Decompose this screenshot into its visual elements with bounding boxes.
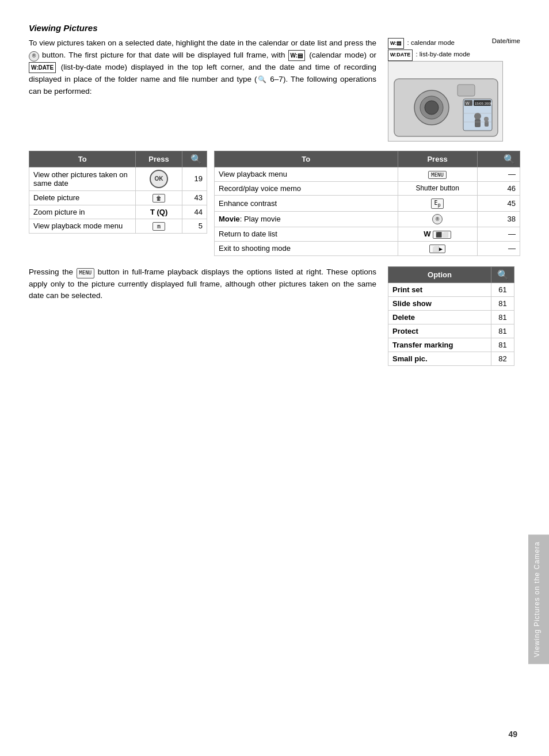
left-row4-page: 5	[182, 219, 207, 233]
ok-button-icon: OK	[150, 170, 168, 188]
table-row: Movie: Play movie ® 38	[215, 211, 520, 227]
list-item: Small pic. 82	[388, 352, 514, 365]
option-slide-show: Slide show	[388, 296, 491, 310]
left-row1-press: OK	[136, 167, 182, 190]
options-th-option: Option	[388, 266, 491, 282]
side-tab: Viewing Pictures on the Camera	[528, 534, 549, 664]
list-item: Slide show 81	[388, 296, 514, 310]
svg-rect-13	[485, 121, 489, 127]
option-print-set: Print set	[388, 282, 491, 296]
right-row1-press: MENU	[398, 167, 477, 181]
option-transfer-marking: Transfer marking	[388, 338, 491, 352]
right-th-to: To	[215, 151, 398, 167]
option-delete: Delete	[388, 310, 491, 324]
left-row3-page: 44	[182, 205, 207, 219]
right-row6-page: —	[477, 241, 520, 255]
date-time-label: Date/time	[492, 37, 520, 44]
w-button-icon: W ⬛⬜	[424, 230, 451, 238]
svg-rect-11	[475, 119, 481, 127]
table-row: Return to date list W ⬛⬜ —	[215, 227, 520, 241]
svg-point-3	[425, 101, 439, 114]
table-row: Delete picture 🗑 43	[29, 190, 207, 205]
table-row: View other pictures taken on same date O…	[29, 167, 207, 190]
menu-button-icon: MENU	[428, 171, 447, 179]
option-print-set-page: 61	[491, 282, 514, 296]
svg-point-12	[484, 117, 489, 121]
right-th-press: Press	[398, 151, 477, 167]
option-transfer-marking-page: 81	[491, 338, 514, 352]
list-item: Print set 61	[388, 282, 514, 296]
shoot-mode-button-icon: ⬜▶	[429, 245, 445, 253]
right-row3-press: Ep	[398, 195, 477, 211]
table-row: Record/play voice memo Shutter button 46	[215, 181, 520, 195]
right-row1-to: View playback menu	[215, 167, 398, 181]
option-slide-show-page: 81	[491, 296, 514, 310]
intro-paragraph: To view pictures taken on a selected dat…	[29, 37, 376, 98]
mid-paragraph: Pressing the MENU button in full-frame p…	[29, 266, 376, 303]
svg-point-10	[474, 113, 481, 120]
right-row4-page: 38	[477, 211, 520, 227]
zoom-button-icon: T (Q)	[150, 208, 167, 216]
option-protect: Protect	[388, 324, 491, 338]
option-small-pic: Small pic.	[388, 352, 491, 365]
right-row1-page: —	[477, 167, 520, 181]
left-row2-press: 🗑	[136, 190, 182, 205]
table-row: Exit to shooting mode ⬜▶ —	[215, 241, 520, 255]
table-row: Zoom picture in T (Q) 44	[29, 205, 207, 219]
right-row3-page: 45	[477, 195, 520, 211]
list-item: Transfer marking 81	[388, 338, 514, 352]
list-item: Protect 81	[388, 324, 514, 338]
enhance-button-icon: Ep	[431, 198, 444, 209]
right-row6-to: Exit to shooting mode	[215, 241, 398, 255]
right-table-wrap: To Press 🔍 View playback menu MENU — Rec…	[214, 151, 520, 256]
section-title: Viewing Pictures	[29, 23, 520, 33]
right-row2-press: Shutter button	[398, 181, 477, 195]
svg-rect-4	[458, 85, 475, 96]
left-row4-to: View playback mode menu	[29, 219, 136, 233]
options-table-col: Option 🔍 Print set 61 Slide show 81 Dele…	[388, 266, 520, 366]
table-row: View playback menu MENU —	[215, 167, 520, 181]
left-row2-page: 43	[182, 190, 207, 205]
right-row2-page: 46	[477, 181, 520, 195]
right-th-page: 🔍	[477, 151, 520, 167]
mid-section: Pressing the MENU button in full-frame p…	[29, 266, 520, 366]
ok-play-button-icon: ®	[432, 214, 443, 224]
option-protect-page: 81	[491, 324, 514, 338]
svg-text:15/05 2008: 15/05 2008	[475, 102, 493, 105]
option-small-pic-page: 82	[491, 352, 514, 365]
mode-labels: W:▤ : calendar mode W:DATE : list-by-dat…	[388, 37, 470, 61]
right-row5-to: Return to date list	[215, 227, 398, 241]
right-row4-press: ®	[398, 211, 477, 227]
right-row2-to: Record/play voice memo	[215, 181, 398, 195]
right-operations-table: To Press 🔍 View playback menu MENU — Rec…	[214, 151, 520, 256]
left-row2-to: Delete picture	[29, 190, 136, 205]
left-row1-to: View other pictures taken on same date	[29, 167, 136, 190]
right-row4-to: Movie: Play movie	[215, 211, 398, 227]
left-th-to: To	[29, 151, 136, 167]
table-row: Enhance contrast Ep 45	[215, 195, 520, 211]
menu-inline-icon: MENU	[77, 268, 95, 278]
right-row5-page: —	[477, 227, 520, 241]
svg-text:W: W	[466, 101, 470, 105]
mid-text-col: Pressing the MENU button in full-frame p…	[29, 266, 376, 312]
left-table-wrap: To Press 🔍 View other pictures taken on …	[29, 151, 207, 234]
menu-m-button-icon: m	[152, 222, 165, 231]
left-th-press: Press	[136, 151, 182, 167]
delete-button-icon: 🗑	[152, 194, 165, 203]
left-row1-page: 19	[182, 167, 207, 190]
operations-tables: To Press 🔍 View other pictures taken on …	[29, 151, 520, 256]
left-row4-press: m	[136, 219, 182, 233]
left-operations-table: To Press 🔍 View other pictures taken on …	[29, 151, 207, 234]
camera-diagram: W 15/05 2008	[388, 61, 503, 142]
left-th-page: 🔍	[182, 151, 207, 167]
table-row: View playback mode menu m 5	[29, 219, 207, 233]
options-th-page: 🔍	[491, 266, 514, 282]
left-row3-to: Zoom picture in	[29, 205, 136, 219]
right-row3-to: Enhance contrast	[215, 195, 398, 211]
options-table: Option 🔍 Print set 61 Slide show 81 Dele…	[388, 266, 514, 366]
right-row6-press: ⬜▶	[398, 241, 477, 255]
page-number: 49	[508, 730, 517, 739]
left-row3-press: T (Q)	[136, 205, 182, 219]
right-row5-press: W ⬛⬜	[398, 227, 477, 241]
list-item: Delete 81	[388, 310, 514, 324]
